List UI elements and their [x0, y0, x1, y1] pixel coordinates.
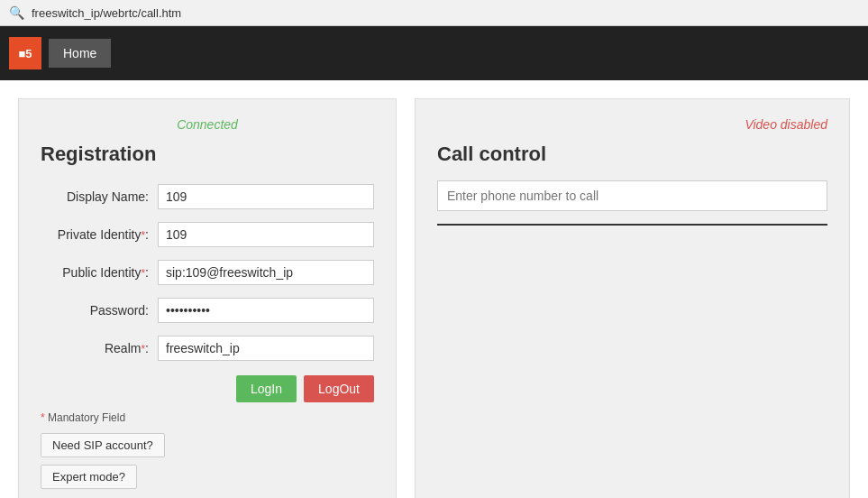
realm-label: Realm*: — [41, 341, 158, 355]
public-identity-input[interactable] — [158, 260, 374, 285]
home-nav-link[interactable]: Home — [49, 39, 111, 68]
display-name-label: Display Name: — [41, 189, 158, 204]
call-control-panel: Video disabled Call control — [415, 98, 850, 498]
html5-badge-text: ■5 — [18, 47, 32, 60]
realm-row: Realm*: — [41, 336, 374, 361]
public-identity-row: Public Identity*: — [41, 260, 374, 285]
expert-mode-button[interactable]: Expert mode? — [41, 465, 137, 489]
home-nav-label: Home — [63, 46, 96, 60]
navbar: ■5 Home — [0, 26, 868, 80]
mandatory-note: * Mandatory Field — [41, 411, 374, 424]
logout-button[interactable]: LogOut — [304, 375, 374, 402]
password-label: Password: — [41, 303, 158, 318]
video-status: Video disabled — [437, 117, 827, 132]
call-control-title: Call control — [437, 143, 827, 166]
realm-input[interactable] — [158, 336, 374, 361]
address-bar: 🔍 freeswitch_ip/webrtc/call.htm — [0, 0, 868, 26]
display-name-row: Display Name: — [41, 184, 374, 209]
private-identity-label: Private Identity*: — [41, 227, 158, 242]
login-button[interactable]: LogIn — [236, 375, 297, 402]
registration-title: Registration — [41, 143, 374, 166]
main-content: Connected Registration Display Name: Pri… — [0, 80, 868, 498]
need-sip-button[interactable]: Need SIP account? — [41, 433, 165, 457]
extra-buttons: Need SIP account? Expert mode? — [41, 433, 374, 489]
password-input[interactable] — [158, 298, 374, 323]
private-identity-row: Private Identity*: — [41, 222, 374, 247]
connected-status: Connected — [41, 117, 374, 132]
password-row: Password: — [41, 298, 374, 323]
call-divider — [437, 224, 827, 226]
display-name-input[interactable] — [158, 184, 374, 209]
html5-badge: ■5 — [9, 37, 41, 69]
public-identity-label: Public Identity*: — [41, 265, 158, 280]
search-icon: 🔍 — [9, 5, 24, 20]
registration-panel: Connected Registration Display Name: Pri… — [18, 98, 397, 498]
phone-number-input[interactable] — [437, 180, 827, 211]
auth-button-row: LogIn LogOut — [41, 375, 374, 402]
url-text: freeswitch_ip/webrtc/call.htm — [32, 6, 181, 20]
private-identity-input[interactable] — [158, 222, 374, 247]
